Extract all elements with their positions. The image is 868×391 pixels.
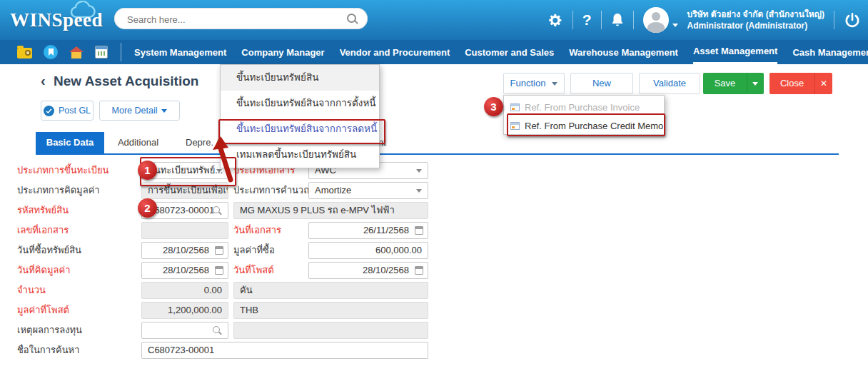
field-label: ประเภทการคิดมูลค่า xyxy=(17,182,100,199)
post-date-field[interactable]: 28/10/2568 xyxy=(308,262,428,279)
user-company: บริษัท ตัวอย่าง จำกัด (สำนักงานใหญ่) xyxy=(687,9,824,20)
calendar-icon[interactable] xyxy=(415,266,423,275)
menubar-item-1[interactable]: System Management xyxy=(134,41,226,64)
menubar-item-5[interactable]: Warehouse Management xyxy=(569,41,678,64)
new-button[interactable]: New xyxy=(570,73,633,94)
search-name-input-value: C680723-00001 xyxy=(148,345,214,355)
calendar-icon[interactable] xyxy=(415,226,423,235)
calendar-icon[interactable] xyxy=(215,266,223,275)
post-gl-label: Post GL xyxy=(59,106,91,116)
topbar: WINSpeed ? xyxy=(0,0,868,40)
document-date-field-value: 26/11/2568 xyxy=(363,225,409,235)
winspeed-logo: WINSpeed xyxy=(10,9,103,31)
field-label: จำนวน xyxy=(17,282,46,299)
post-gl-icon xyxy=(44,106,54,116)
asset-menu-item-3[interactable]: ขึ้นทะเบียนทรัพย์สินจากการลดหนี้ xyxy=(221,116,379,142)
chevron-down-icon xyxy=(552,82,557,86)
user-role: Administrator (Administrator) xyxy=(687,20,824,31)
more-detail-button[interactable]: More Detail xyxy=(99,101,180,121)
menubar-divider xyxy=(121,43,121,61)
save-button-label[interactable]: Save xyxy=(703,73,747,94)
function-menu-item-2[interactable]: Ref. From Purchase Credit Memo xyxy=(504,116,664,135)
asset-code-search-value: C680723-00001 xyxy=(148,205,214,215)
menubar-item-4[interactable]: Customer and Sales xyxy=(465,41,554,64)
more-detail-label: More Detail xyxy=(112,106,158,116)
field-label: วันที่คิดมูลค่า xyxy=(17,262,70,279)
field-label: มูลค่าที่โพสต์ xyxy=(17,302,69,319)
tab-additional[interactable]: Additional xyxy=(104,132,172,153)
menubar-nav: System ManagementCompany ManagerVendor a… xyxy=(134,40,868,64)
form-window-icon xyxy=(510,103,520,111)
menubar-item-6[interactable]: Asset Management xyxy=(693,40,777,64)
recent-folder-icon[interactable] xyxy=(17,48,32,59)
annotation-circle-3: 3 xyxy=(484,97,503,116)
close-x-icon[interactable]: ✕ xyxy=(814,73,832,94)
currency-field: THB xyxy=(233,302,428,319)
search-icon[interactable] xyxy=(347,14,356,23)
search-input[interactable] xyxy=(126,9,343,30)
investment-reason-search[interactable] xyxy=(141,322,228,339)
tabs-underline xyxy=(36,153,839,155)
topbar-divider xyxy=(633,11,634,29)
asset-register-dropdown: ขึ้นทะเบียนทรัพย์สินขึ้นทะเบียนทรัพย์สิน… xyxy=(220,64,380,168)
annotation-circle-1: 1 xyxy=(138,161,157,180)
close-button-label[interactable]: Close xyxy=(769,73,814,94)
back-chevron-icon[interactable]: ‹ xyxy=(41,73,46,89)
asset-menu-item-4[interactable]: เทมเพลตขึ้นทะเบียนทรัพย์สิน xyxy=(221,142,379,168)
field-label: ประเภทการขึ้นทะเบียน xyxy=(17,162,108,179)
asset-menu-item-1[interactable]: ขึ้นทะเบียนทรัพย์สิน xyxy=(221,65,379,91)
asset-name-field: MG MAXUS 9 PLUS รถ e-MPV ไฟฟ้า xyxy=(233,202,428,219)
search-icon[interactable] xyxy=(213,326,220,333)
search-icon[interactable] xyxy=(213,206,220,213)
topbar-divider xyxy=(834,11,834,29)
quantity-field-value: 0.00 xyxy=(204,285,222,295)
notifications-bell-icon[interactable] xyxy=(611,13,624,27)
calculation-type-combo[interactable]: Amortize xyxy=(308,182,428,199)
bookmark-icon[interactable] xyxy=(44,45,58,59)
purchase-date-field[interactable]: 28/10/2568 xyxy=(141,242,228,259)
settings-gear-icon[interactable] xyxy=(548,13,563,28)
function-button[interactable]: Function xyxy=(503,73,565,94)
purchase-value-field[interactable]: 600,000.00 xyxy=(308,242,428,259)
search-name-input[interactable]: C680723-00001 xyxy=(141,342,428,359)
registration-type-combo-value: ขึ้นทะเบียนทรัพย์... xyxy=(148,165,223,176)
save-dropdown-caret[interactable] xyxy=(747,73,764,94)
function-menu-item-label: Ref. From Purchase Invoice xyxy=(525,102,640,113)
valuation-type-field: การขึ้นทะเบียนเพื่อเพิ่มมูลค่า xyxy=(141,182,228,199)
unit-field-value: คัน xyxy=(240,285,253,295)
tab-basic-data[interactable]: Basic Data xyxy=(36,132,104,153)
menubar-item-7[interactable]: Cash Management xyxy=(792,41,868,64)
logout-power-icon[interactable] xyxy=(844,11,861,29)
menubar-item-2[interactable]: Company Manager xyxy=(241,41,324,64)
field-label: มูลค่าที่ซื้อ xyxy=(233,242,275,259)
asset-menu-item-2[interactable]: ขึ้นทะเบียนทรัพย์สินจากการตั้งหนี้ xyxy=(221,91,379,116)
topbar-divider xyxy=(572,11,573,29)
posted-value-field: 1,200,000.00 xyxy=(141,302,228,319)
menubar-item-3[interactable]: Vendor and Procurement xyxy=(340,41,450,64)
avatar[interactable] xyxy=(643,7,669,33)
winspeed-app: WINSpeed ? xyxy=(0,0,868,391)
calendar-icon[interactable] xyxy=(215,246,223,255)
validate-button[interactable]: Validate xyxy=(639,73,700,94)
document-date-field[interactable]: 26/11/2568 xyxy=(308,222,428,239)
annotation-circle-2: 2 xyxy=(138,198,157,218)
menubar: System ManagementCompany ManagerVendor a… xyxy=(0,40,868,64)
field-label: เลขที่เอกสาร xyxy=(17,222,69,239)
posted-value-field-value: 1,200,000.00 xyxy=(168,305,222,315)
calendar-icon[interactable] xyxy=(95,46,108,59)
field-label: รหัสทรัพย์สิน xyxy=(17,202,69,219)
asset-name-field-value: MG MAXUS 9 PLUS รถ e-MPV ไฟฟ้า xyxy=(240,205,395,215)
quantity-field: 0.00 xyxy=(141,282,228,299)
chevron-down-icon xyxy=(416,169,422,173)
home-icon[interactable] xyxy=(69,45,84,59)
help-icon[interactable]: ? xyxy=(582,6,592,34)
topbar-divider xyxy=(601,11,602,29)
valuation-date-field[interactable]: 28/10/2568 xyxy=(141,262,228,279)
function-button-label: Function xyxy=(510,78,546,88)
post-gl-button[interactable]: Post GL xyxy=(41,101,94,121)
save-button[interactable]: Save xyxy=(703,73,764,94)
post-date-field-value: 28/10/2568 xyxy=(363,265,409,275)
form-window-icon xyxy=(510,122,520,130)
close-button[interactable]: Close ✕ xyxy=(769,73,832,94)
tab-nt[interactable]: nt xyxy=(378,132,395,153)
